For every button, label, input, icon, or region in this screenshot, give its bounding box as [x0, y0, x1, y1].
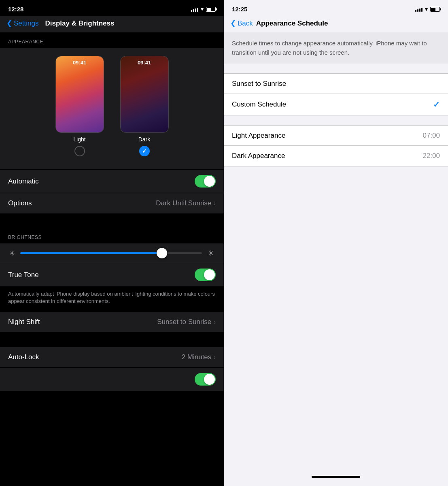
light-appearance-value: 07:00 [423, 132, 440, 140]
brightness-section: ☀ ☀ [0, 243, 224, 263]
dark-appearance-option[interactable]: 09:41 Dark ✓ [120, 56, 169, 156]
right-wifi-icon: ▾ [425, 6, 428, 12]
auto-lock-label: Auto-Lock [8, 353, 39, 361]
auto-lock-value: 2 Minutes [182, 353, 212, 361]
light-appearance-row[interactable]: Light Appearance 07:00 [224, 126, 448, 146]
light-appearance-label: Light Appearance [232, 132, 285, 140]
info-box: Schedule times to change appearance auto… [224, 32, 448, 64]
auto-lock-row[interactable]: Auto-Lock 2 Minutes › [0, 347, 224, 367]
appearance-options: 09:41 Light 09:41 Dark ✓ [55, 56, 169, 156]
dark-appearance-row[interactable]: Dark Appearance 22:00 [224, 146, 448, 166]
custom-schedule-row[interactable]: Custom Schedule ✓ [224, 94, 448, 115]
automatic-label: Automatic [8, 177, 39, 185]
bottom-toggle[interactable] [195, 373, 216, 386]
left-status-bar: 12:28 ▾ [0, 0, 224, 16]
true-tone-label: True Tone [8, 271, 39, 279]
night-shift-row[interactable]: Night Shift Sunset to Sunrise › [0, 312, 224, 332]
light-radio[interactable] [74, 146, 85, 156]
right-back-label: Back [238, 19, 253, 28]
signal-icon [191, 7, 198, 12]
right-signal-icon [415, 7, 423, 12]
right-panel: 12:25 ▾ ❮ Back Appearance Schedule Sched… [224, 0, 448, 486]
left-panel: 12:28 ▾ ❮ Settings Display & Brightness … [0, 0, 224, 486]
appearance-section-label: APPEARANCE [0, 32, 224, 48]
left-nav-bar: ❮ Settings Display & Brightness [0, 16, 224, 32]
appearance-times-group: Light Appearance 07:00 Dark Appearance 2… [224, 125, 448, 166]
bottom-toggle-group [0, 368, 224, 391]
custom-schedule-label: Custom Schedule [232, 100, 286, 109]
light-phone-time: 09:41 [56, 60, 104, 66]
true-tone-description: Automatically adapt iPhone display based… [0, 286, 224, 311]
right-status-icons: ▾ [415, 6, 440, 12]
options-chevron-icon: › [214, 200, 216, 207]
light-mode-preview: 09:41 [55, 56, 104, 133]
right-time: 12:25 [232, 6, 247, 13]
right-nav-bar: ❮ Back Appearance Schedule [224, 16, 448, 32]
sunset-sunrise-row[interactable]: Sunset to Sunrise [224, 74, 448, 94]
wifi-icon: ▾ [201, 6, 204, 12]
bottom-toggle-thumb [204, 374, 215, 385]
automatic-row[interactable]: Automatic [0, 170, 224, 193]
night-shift-value-group: Sunset to Sunrise › [157, 318, 216, 326]
page-title: Display & Brightness [45, 19, 114, 28]
left-time: 12:28 [8, 6, 23, 13]
dark-check-icon: ✓ [142, 148, 147, 154]
sunset-sunrise-label: Sunset to Sunrise [232, 80, 286, 88]
toggle-thumb [204, 176, 215, 187]
custom-schedule-check-icon: ✓ [433, 100, 440, 109]
options-label: Options [8, 199, 32, 207]
true-tone-row[interactable]: True Tone [0, 263, 224, 286]
light-appearance-option[interactable]: 09:41 Light [55, 56, 104, 156]
night-shift-value: Sunset to Sunrise [157, 318, 211, 326]
brightness-divider [0, 213, 224, 228]
auto-lock-group: Auto-Lock 2 Minutes › [0, 347, 224, 367]
dark-appearance-value: 22:00 [423, 152, 440, 160]
night-shift-chevron-icon: › [214, 319, 216, 325]
home-indicator [312, 476, 360, 478]
back-button[interactable]: ❮ Settings [6, 19, 38, 28]
true-tone-group: True Tone [0, 263, 224, 286]
dark-appearance-label: Dark Appearance [232, 152, 285, 160]
sun-large-icon: ☀ [206, 248, 216, 258]
dark-mode-preview: 09:41 [120, 56, 169, 133]
night-shift-group: Night Shift Sunset to Sunrise › [0, 312, 224, 332]
appearance-section: 09:41 Light 09:41 Dark ✓ [0, 48, 224, 169]
left-status-icons: ▾ [191, 6, 216, 12]
night-shift-label: Night Shift [8, 318, 40, 326]
dark-phone-time: 09:41 [121, 60, 168, 66]
back-chevron-icon: ❮ [6, 19, 12, 28]
bottom-toggle-row[interactable] [0, 368, 224, 391]
options-row[interactable]: Options Dark Until Sunrise › [0, 193, 224, 213]
battery-icon [206, 7, 216, 12]
right-status-bar: 12:25 ▾ [224, 0, 448, 16]
options-value-group: Dark Until Sunrise › [156, 199, 216, 207]
dark-label: Dark [138, 136, 151, 143]
brightness-slider-thumb[interactable] [157, 248, 167, 258]
right-back-chevron-icon: ❮ [230, 19, 236, 28]
right-back-button[interactable]: ❮ Back [230, 19, 253, 28]
auto-lock-value-group: 2 Minutes › [182, 353, 216, 361]
options-value: Dark Until Sunrise [156, 199, 211, 207]
light-label: Light [73, 136, 85, 143]
dark-radio[interactable]: ✓ [139, 146, 150, 156]
right-battery-icon [430, 7, 440, 12]
back-label: Settings [14, 19, 38, 28]
true-tone-toggle-thumb [204, 269, 215, 280]
auto-lock-chevron-icon: › [214, 354, 216, 360]
automatic-group: Automatic Options Dark Until Sunrise › [0, 170, 224, 213]
schedule-options-group: Sunset to Sunrise Custom Schedule ✓ [224, 73, 448, 115]
true-tone-toggle[interactable] [195, 269, 216, 281]
auto-lock-divider [0, 332, 224, 347]
right-page-title: Appearance Schedule [256, 19, 328, 28]
automatic-toggle[interactable] [195, 175, 216, 188]
brightness-slider-track[interactable] [20, 252, 202, 254]
brightness-section-label: BRIGHTNESS [0, 228, 224, 243]
brightness-slider-row[interactable]: ☀ ☀ [8, 248, 216, 258]
sun-small-icon: ☀ [8, 249, 16, 257]
home-indicator-area [224, 468, 448, 486]
brightness-slider-fill [20, 252, 162, 254]
